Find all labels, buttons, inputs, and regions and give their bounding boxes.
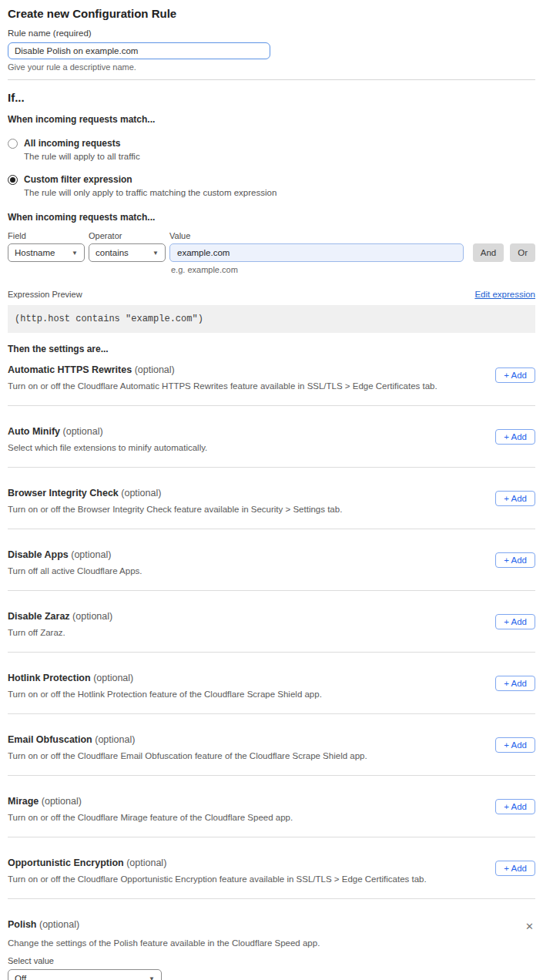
setting-section: Browser Integrity Check (optional) Turn … <box>8 468 535 529</box>
radio-unselected-icon[interactable] <box>8 139 18 149</box>
setting-description: Change the settings of the Polish featur… <box>8 938 535 948</box>
expression-builder-heading: When incoming requests match... <box>8 212 535 223</box>
field-select[interactable]: Hostname ▼ <box>8 243 85 262</box>
setting-title: Polish <box>8 919 37 930</box>
radio-option-custom-filter-expression[interactable]: Custom filter expression The rule will o… <box>8 174 535 198</box>
radio-option-description: The rule will only apply to traffic matc… <box>24 187 277 198</box>
optional-suffix: (optional) <box>63 426 103 437</box>
setting-description: Turn on or off the Cloudflare Automatic … <box>8 381 495 391</box>
radio-option-label: Custom filter expression <box>24 174 277 186</box>
setting-section: Hotlink Protection (optional) Turn on or… <box>8 653 535 714</box>
setting-section: Opportunistic Encryption (optional) Turn… <box>8 837 535 899</box>
radio-selected-icon[interactable] <box>8 175 18 185</box>
and-button[interactable]: And <box>473 243 504 262</box>
add-button[interactable]: + Add <box>495 429 535 445</box>
radio-option-label: All incoming requests <box>24 138 140 149</box>
setting-title: Hotlink Protection <box>8 673 91 683</box>
setting-section: Email Obfuscation (optional) Turn on or … <box>8 714 535 776</box>
setting-title: Email Obfuscation <box>8 734 92 745</box>
optional-suffix: (optional) <box>95 734 135 745</box>
setting-title: Opportunistic Encryption <box>8 858 124 868</box>
add-button[interactable]: + Add <box>495 676 535 691</box>
polish-select-value: Off <box>15 974 26 980</box>
optional-suffix: (optional) <box>72 611 112 622</box>
select-value-label: Select value <box>8 956 535 966</box>
setting-description: Turn on or off the Browser Integrity Che… <box>8 504 495 515</box>
optional-suffix: (optional) <box>42 796 82 807</box>
optional-suffix: (optional) <box>39 919 79 930</box>
operator-select[interactable]: contains ▼ <box>89 243 166 262</box>
add-button[interactable]: + Add <box>495 614 535 629</box>
value-label: Value <box>169 231 535 241</box>
setting-title: Auto Minify <box>8 426 60 437</box>
add-button[interactable]: + Add <box>495 861 535 876</box>
setting-description: Turn on or off the Cloudflare Opportunis… <box>8 874 495 884</box>
setting-description: Turn on or off the Hotlink Protection fe… <box>8 689 495 700</box>
field-label: Field <box>8 231 89 241</box>
add-button[interactable]: + Add <box>495 737 535 753</box>
setting-title: Mirage <box>8 796 39 807</box>
operator-label: Operator <box>89 231 169 241</box>
section-divider <box>8 79 535 80</box>
rule-name-input[interactable] <box>8 42 270 59</box>
optional-suffix: (optional) <box>135 364 175 375</box>
page-title: Create new Configuration Rule <box>8 7 535 21</box>
radio-option-description: The rule will apply to all traffic <box>24 151 140 162</box>
setting-title: Automatic HTTPS Rewrites <box>8 364 132 375</box>
add-button[interactable]: + Add <box>495 491 535 506</box>
operator-select-value: contains <box>96 248 129 257</box>
add-button[interactable]: + Add <box>495 552 535 568</box>
or-button[interactable]: Or <box>510 243 535 262</box>
if-heading: If... <box>8 91 535 105</box>
expression-preview-label: Expression Preview <box>8 290 82 300</box>
rule-name-label: Rule name (required) <box>8 29 535 39</box>
setting-description: Turn off all active Cloudflare Apps. <box>8 566 495 576</box>
value-input[interactable] <box>169 243 464 262</box>
optional-suffix: (optional) <box>93 673 133 683</box>
add-button[interactable]: + Add <box>495 799 535 814</box>
setting-description: Turn off Zaraz. <box>8 627 495 638</box>
setting-section: Disable Apps (optional) Turn off all act… <box>8 529 535 591</box>
rule-name-helper: Give your rule a descriptive name. <box>8 62 535 72</box>
setting-description: Turn on or off the Cloudflare Email Obfu… <box>8 750 495 761</box>
setting-title: Disable Zaraz <box>8 611 70 622</box>
setting-section: Automatic HTTPS Rewrites (optional) Turn… <box>8 355 535 406</box>
settings-list: Automatic HTTPS Rewrites (optional) Turn… <box>8 355 535 899</box>
setting-section: Disable Zaraz (optional) Turn off Zaraz.… <box>8 591 535 653</box>
optional-suffix: (optional) <box>71 549 111 560</box>
edit-expression-link[interactable]: Edit expression <box>474 290 535 299</box>
value-helper: e.g. example.com <box>171 265 535 275</box>
incoming-requests-match-label: When incoming requests match... <box>8 114 535 126</box>
optional-suffix: (optional) <box>126 858 166 868</box>
radio-option-all-incoming-requests[interactable]: All incoming requests The rule will appl… <box>8 138 535 162</box>
optional-suffix: (optional) <box>121 488 161 498</box>
polish-value-select[interactable]: Off ▼ <box>8 969 162 980</box>
setting-section-polish: Polish (optional) ✕ Change the settings … <box>8 899 535 980</box>
field-select-value: Hostname <box>15 248 55 257</box>
setting-description: Select which file extensions to minify a… <box>8 442 495 453</box>
then-settings-heading: Then the settings are... <box>8 344 535 355</box>
add-button[interactable]: + Add <box>495 368 535 383</box>
chevron-down-icon: ▼ <box>144 975 155 980</box>
close-icon[interactable]: ✕ <box>524 920 535 933</box>
chevron-down-icon: ▼ <box>148 250 159 257</box>
expression-preview-code: (http.host contains "example.com") <box>8 305 535 333</box>
setting-section: Auto Minify (optional) Select which file… <box>8 406 535 468</box>
chevron-down-icon: ▼ <box>67 250 78 257</box>
setting-title: Disable Apps <box>8 549 69 560</box>
setting-description: Turn on or off the Cloudflare Mirage fea… <box>8 812 495 823</box>
setting-title: Browser Integrity Check <box>8 488 119 498</box>
setting-section: Mirage (optional) Turn on or off the Clo… <box>8 776 535 837</box>
configuration-rule-form: Create new Configuration Rule Rule name … <box>0 7 543 980</box>
